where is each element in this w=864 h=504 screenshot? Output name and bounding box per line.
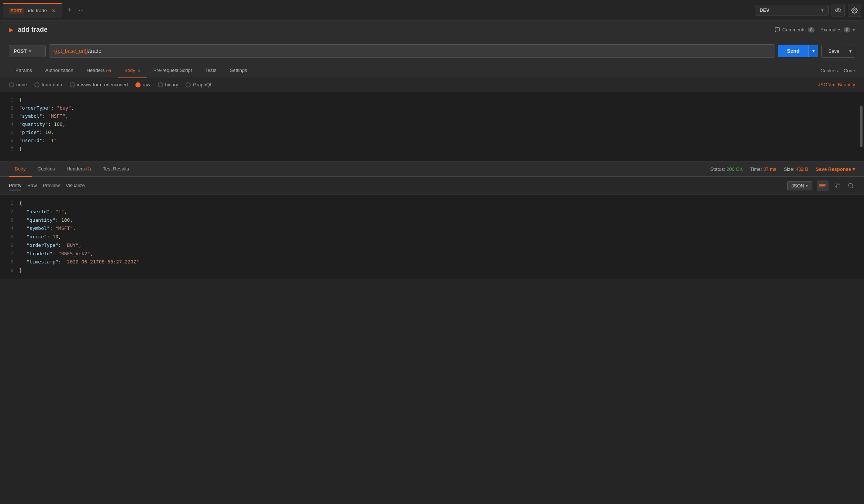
save-dropdown-button[interactable]: ▾ [846,45,855,57]
tab-body[interactable]: Body ● [118,63,147,78]
radio-none [9,82,14,87]
body-type-form-data[interactable]: form-data [34,82,62,87]
request-header-right: Comments 0 Examples 0 ▾ [774,27,855,33]
method-chevron-icon: ▾ [29,48,31,54]
save-button-group: Save ▾ [821,45,855,58]
request-tabs-nav: Params Authorization Headers (9) Body ● … [0,63,864,78]
resp-line-6: 6 "orderType": "BUY", [0,241,864,250]
headers-count: (9) [106,68,111,73]
radio-urlencoded [70,82,75,87]
status-value: 200 OK [726,166,743,172]
response-view-pretty[interactable]: Pretty [9,181,21,190]
more-tabs-button[interactable]: ··· [75,4,87,16]
code-line-3: 3 "symbol": "MSFT", [0,112,864,120]
code-link[interactable]: Code [844,63,855,78]
settings-icon-button[interactable] [848,4,861,17]
body-type-raw[interactable]: raw [135,82,151,87]
body-type-graphql-label: GraphQL [193,82,212,87]
examples-badge: 0 [844,27,850,32]
response-status-area: Status: 200 OK Time: 37 ms Size: 402 B S… [710,166,855,172]
response-view-raw[interactable]: Raw [27,181,37,190]
tab-bar-right: DEV ▾ [755,4,861,17]
radio-graphql [186,82,191,87]
search-response-button[interactable] [846,181,855,190]
code-line-5: 5 "price": 10, [0,128,864,137]
response-tab-test-results[interactable]: Test Results [97,162,135,177]
url-input[interactable]: {{pt_base_url}}/trade [49,44,775,58]
resp-line-1: 1 { [0,199,864,208]
response-tab-headers[interactable]: Headers (7) [61,162,97,177]
response-view-visualize[interactable]: Visualize [66,181,85,190]
send-dropdown-button[interactable]: ▾ [808,45,818,57]
comments-icon [774,27,780,33]
size-label: Size: 402 B [784,166,808,172]
response-tab-cookies[interactable]: Cookies [32,162,61,177]
tab-close-button[interactable]: ✕ [52,8,56,14]
body-type-urlencoded[interactable]: x-www-form-urlencoded [70,82,128,87]
eye-icon-button[interactable] [832,4,845,17]
examples-button[interactable]: Examples 0 ▾ [820,27,855,32]
body-type-binary[interactable]: binary [158,82,178,87]
resp-line-3: 3 "quantity": 100, [0,216,864,225]
examples-chevron-icon: ▾ [853,27,855,32]
tab-tests[interactable]: Tests [198,63,223,78]
save-response-button[interactable]: Save Response ▾ [816,166,855,172]
url-bar: POST ▾ {{pt_base_url}}/trade Send ▾ Save… [0,39,864,63]
body-type-graphql[interactable]: GraphQL [186,82,212,87]
code-line-2: 2 "orderType": "buy", [0,104,864,112]
response-format-right: JSON ▾ [787,180,855,191]
resp-line-2: 2 "userId": "1", [0,208,864,216]
method-select[interactable]: POST ▾ [9,45,46,57]
svg-point-1 [837,9,839,11]
json-format-chevron-icon: ▾ [832,82,835,87]
body-type-form-data-label: form-data [42,82,62,87]
response-panel: Body Cookies Headers (7) Test Results St… [0,162,864,504]
body-type-binary-label: binary [165,82,178,87]
add-tab-button[interactable]: + [63,4,75,16]
tab-item-add-trade[interactable]: POST add trade ✕ [3,3,62,18]
resp-line-8: 8 "timestamp": "2020-06-21T08:50:27.220Z… [0,258,864,266]
url-path-part: /trade [88,48,101,54]
editor-scrollbar[interactable] [860,106,863,147]
request-body-editor[interactable]: 1 { 2 "orderType": "buy", 3 "symbol": "M… [0,92,864,162]
response-format-dropdown[interactable]: JSON ▾ [787,181,812,190]
tab-pre-request-script[interactable]: Pre-request Script [147,63,199,78]
resp-line-7: 7 "tradeId": "RBFS_Vek2", [0,250,864,258]
method-label: POST [14,48,27,54]
body-type-raw-label: raw [143,82,151,87]
body-active-dot: ● [138,69,140,73]
save-button[interactable]: Save [822,45,846,57]
request-title: add trade [18,26,48,34]
response-headers-count: (7) [86,167,91,171]
body-type-none[interactable]: none [9,82,27,87]
cookies-link[interactable]: Cookies [820,63,838,78]
copy-response-button[interactable] [833,181,842,190]
body-format-selector: JSON ▾ Beautify [818,82,855,87]
radio-binary [158,82,163,87]
beautify-button[interactable]: Beautify [838,82,855,87]
main-content: ▶ add trade Comments 0 Examples 0 ▾ POST… [0,21,864,504]
time-label: Time: 37 ms [750,166,776,172]
comments-button[interactable]: Comments 0 [774,27,815,33]
response-tab-body[interactable]: Body [9,162,32,177]
json-format-button[interactable]: JSON ▾ [818,82,835,87]
tab-settings[interactable]: Settings [223,63,254,78]
svg-point-2 [854,9,856,11]
body-type-urlencoded-label: x-www-form-urlencoded [77,82,128,87]
size-value: 402 B [796,166,808,172]
environment-dropdown[interactable]: DEV ▾ [755,5,829,15]
response-format-label: JSON [791,183,804,189]
tab-params[interactable]: Params [9,63,39,78]
radio-form-data [34,82,39,87]
tab-authorization[interactable]: Authorization [39,63,80,78]
tab-headers[interactable]: Headers (9) [80,63,118,78]
svg-point-0 [836,8,841,12]
wrap-button[interactable] [817,180,829,191]
response-tabs-bar: Body Cookies Headers (7) Test Results St… [0,162,864,177]
svg-rect-6 [837,185,840,188]
send-button[interactable]: Send [778,45,808,57]
response-view-preview[interactable]: Preview [43,181,60,190]
resp-line-9: 9 } [0,266,864,275]
code-line-6: 6 "userId": "1" [0,137,864,145]
code-line-1: 1 { [0,96,864,104]
